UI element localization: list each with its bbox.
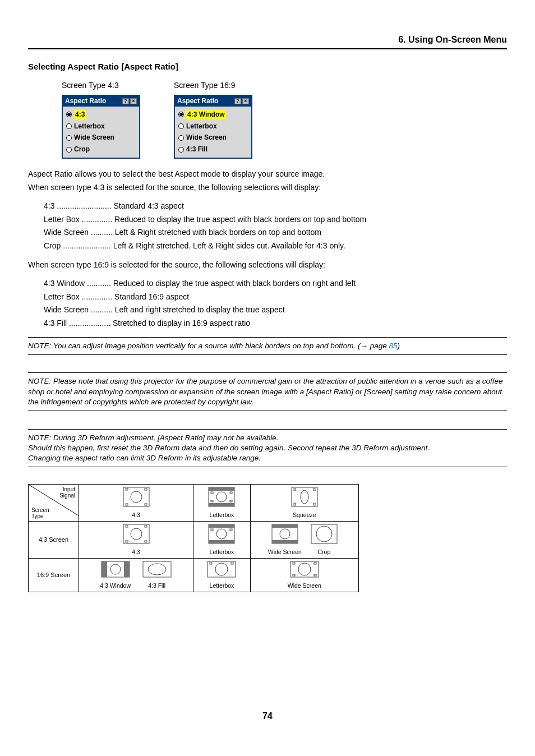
svg-rect-8: [209, 487, 234, 491]
svg-rect-4: [145, 488, 147, 490]
svg-rect-6: [145, 504, 147, 505]
aspect-table: Input Signal Screen Type 4:3 Letterbox: [28, 484, 359, 592]
svg-point-42: [110, 564, 121, 574]
signal-squeeze-icon: [291, 487, 318, 509]
svg-point-36: [280, 529, 290, 539]
table-header: 4:3: [79, 485, 193, 522]
intro-p1: Aspect Ratio allows you to select the be…: [28, 169, 507, 180]
radio-icon: [178, 147, 184, 153]
row-label-43screen: 4:3 Screen: [29, 522, 79, 559]
radio-icon: [66, 112, 72, 117]
screenshot-label-43: Screen Type 4:3: [62, 80, 140, 91]
osd-option: Letterbox: [186, 122, 217, 131]
osd-window-43: Aspect Ratio ? × 4:3 Letterbox Wide Scre…: [62, 95, 140, 159]
section-heading: Selecting Aspect Ratio [Aspect Ratio]: [28, 61, 507, 72]
svg-point-46: [215, 563, 228, 575]
radio-icon: [66, 123, 72, 129]
page-link[interactable]: 85: [389, 342, 398, 350]
table-cell: Letterbox: [193, 522, 250, 559]
radio-icon: [178, 135, 184, 141]
svg-rect-12: [230, 492, 232, 494]
radio-icon: [178, 112, 184, 117]
table-diagonal-header: Input Signal Screen Type: [29, 485, 79, 522]
intro-p2: When screen type 4:3 is selected for the…: [28, 182, 507, 193]
svg-rect-25: [126, 541, 128, 542]
close-icon: ×: [242, 98, 249, 104]
osd-window-169: Aspect Ratio ? × 4:3 Window Letterbox Wi…: [174, 95, 252, 159]
page-number: 74: [28, 710, 507, 722]
close-icon: ×: [130, 98, 137, 104]
svg-rect-5: [126, 504, 128, 505]
svg-rect-20: [313, 503, 315, 505]
svg-point-38: [316, 526, 332, 542]
radio-icon: [66, 135, 72, 141]
svg-rect-53: [293, 574, 295, 576]
osd-option: 4:3 Fill: [186, 145, 207, 154]
svg-rect-51: [293, 563, 295, 564]
svg-rect-17: [294, 488, 296, 491]
svg-point-30: [216, 529, 227, 539]
intro-169: When screen type 16:9 is selected for th…: [28, 260, 507, 271]
help-icon: ?: [122, 98, 129, 104]
note-2: NOTE: Please note that using this projec…: [28, 376, 507, 407]
osd-option: 4:3: [74, 110, 86, 119]
osd-option: Letterbox: [74, 122, 105, 131]
table-header: Letterbox: [193, 485, 250, 522]
radio-icon: [178, 123, 184, 129]
svg-rect-52: [314, 563, 316, 564]
osd-option: 4:3 Window: [186, 110, 226, 119]
osd-title: Aspect Ratio: [177, 96, 218, 106]
definitions-169: 4:3 Window ........... Reduced to displa…: [44, 278, 507, 329]
svg-rect-31: [211, 529, 213, 531]
svg-rect-24: [145, 525, 147, 527]
table-header: Squeeze: [250, 485, 358, 522]
svg-rect-41: [124, 561, 130, 577]
svg-rect-47: [210, 563, 212, 564]
svg-rect-13: [211, 500, 213, 502]
svg-rect-54: [314, 574, 316, 576]
svg-rect-3: [126, 488, 128, 490]
note-3: NOTE: During 3D Reform adjustment, [Aspe…: [28, 433, 507, 464]
svg-rect-26: [145, 541, 147, 542]
svg-rect-34: [272, 524, 298, 528]
osd-screenshots: Screen Type 4:3 Aspect Ratio ? × 4:3 Let…: [62, 80, 507, 159]
osd-option: Wide Screen: [74, 133, 114, 142]
svg-rect-37: [311, 524, 337, 543]
svg-rect-35: [272, 540, 298, 543]
table-cell: 4:3 Window 4:3 Fill: [79, 559, 193, 592]
svg-rect-48: [231, 563, 233, 564]
svg-rect-11: [211, 492, 213, 494]
svg-rect-19: [294, 503, 296, 505]
signal-43-icon: [123, 487, 150, 509]
svg-rect-14: [230, 500, 232, 502]
signal-letterbox-icon: [208, 487, 235, 509]
table-cell: Letterbox: [193, 559, 250, 592]
table-cell: Wide Screen Crop: [250, 522, 358, 559]
svg-rect-9: [209, 503, 234, 506]
radio-icon: [66, 147, 72, 153]
svg-rect-32: [230, 529, 232, 531]
chapter-header: 6. Using On-Screen Menu: [28, 34, 507, 49]
svg-point-16: [301, 490, 308, 504]
svg-rect-23: [126, 525, 128, 527]
help-icon: ?: [234, 98, 241, 104]
svg-point-10: [216, 492, 227, 502]
svg-point-22: [131, 528, 142, 540]
osd-option: Crop: [74, 145, 90, 154]
svg-rect-29: [209, 540, 234, 543]
osd-option: Wide Screen: [186, 133, 227, 142]
svg-rect-28: [209, 524, 234, 528]
svg-point-44: [148, 564, 166, 575]
osd-title: Aspect Ratio: [65, 96, 106, 106]
table-cell: Wide Screen: [250, 559, 358, 592]
svg-rect-18: [313, 488, 315, 491]
row-label-169screen: 16:9 Screen: [29, 559, 79, 592]
svg-rect-40: [102, 561, 107, 577]
screenshot-label-169: Screen Type 16:9: [174, 80, 252, 91]
svg-point-2: [131, 491, 142, 503]
definitions-43: 4:3 ......................... Standard 4…: [44, 201, 507, 251]
table-cell: 4:3: [79, 522, 193, 559]
svg-point-50: [298, 563, 311, 575]
note-1: NOTE: You can adjust image position vert…: [28, 341, 507, 351]
